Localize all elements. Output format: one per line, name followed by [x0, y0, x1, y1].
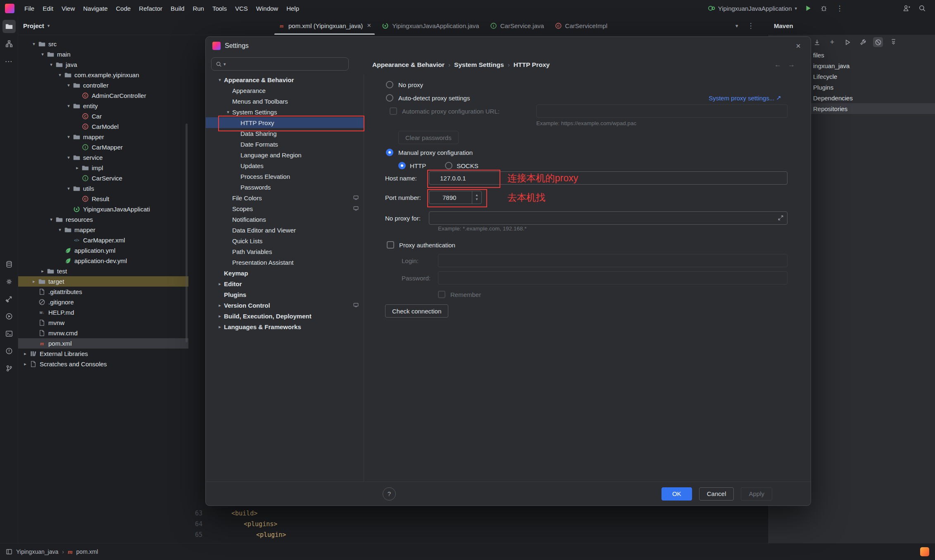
project-tree-item-mvnw[interactable]: mvnw: [18, 318, 188, 328]
chevron-down-icon[interactable]: ▾: [65, 186, 72, 191]
settings-tree-item-file-colors[interactable]: File Colors: [206, 192, 364, 203]
chevron-down-icon[interactable]: ▾: [65, 155, 72, 160]
breadcrumb-segment-system-settings[interactable]: System Settings: [454, 61, 504, 69]
project-tree-item-scratches-and-consoles[interactable]: ▸Scratches and Consoles: [18, 359, 188, 369]
status-project-breadcrumb[interactable]: Yipingxuan_java: [16, 548, 58, 555]
settings-search-field[interactable]: ▾: [211, 57, 349, 71]
settings-tree-item-languages-frameworks[interactable]: ▸Languages & Frameworks: [206, 321, 364, 332]
database-icon[interactable]: [2, 258, 16, 271]
settings-tree-item-language-and-region[interactable]: Language and Region: [206, 149, 364, 160]
forward-arrow-icon[interactable]: →: [788, 61, 795, 69]
settings-tree-item-passwords[interactable]: Passwords: [206, 182, 364, 192]
project-tree-item-com-example-yipinxuan[interactable]: ▾com.example.yipinxuan: [18, 70, 188, 80]
settings-tree-item-appearance-behavior[interactable]: ▾Appearance & Behavior: [206, 74, 364, 85]
project-tree-item-resources[interactable]: ▾resources: [18, 214, 188, 225]
chevron-down-icon[interactable]: ▾: [65, 83, 72, 88]
menu-navigate[interactable]: Navigate: [79, 4, 112, 13]
editor-tab-pom-xml-yipingxuan-java[interactable]: mpom.xml (Yipingxuan_java)×: [273, 17, 376, 35]
version-control-icon[interactable]: [2, 362, 16, 375]
host-name-input[interactable]: [429, 171, 787, 185]
chevron-right-icon[interactable]: ▸: [39, 268, 46, 274]
more-vertical-icon[interactable]: ⋮: [747, 21, 754, 30]
settings-tree-item-quick-lists[interactable]: Quick Lists: [206, 235, 364, 246]
settings-tree-item-build-execution-deployment[interactable]: ▸Build, Execution, Deployment: [206, 311, 364, 321]
editor-tab-carserviceimpl[interactable]: CCarServiceImpl: [550, 17, 613, 35]
breadcrumb-segment-http-proxy[interactable]: HTTP Proxy: [514, 61, 550, 69]
remember-checkbox[interactable]: [438, 291, 445, 298]
stepper-down-icon[interactable]: ▼: [475, 197, 478, 202]
chevron-right-icon[interactable]: ▸: [74, 165, 81, 171]
http-radio[interactable]: [398, 162, 406, 169]
structure-icon[interactable]: [2, 37, 16, 50]
no-entry-icon[interactable]: [873, 37, 883, 47]
auto-url-input[interactable]: [536, 104, 787, 118]
chevron-down-icon[interactable]: ▾: [735, 23, 738, 28]
manual-proxy-radio[interactable]: [386, 149, 393, 156]
project-tree-item-controller[interactable]: ▾controller: [18, 80, 188, 90]
wrench-icon[interactable]: [858, 37, 868, 47]
settings-tree-item-editor[interactable]: ▸Editor: [206, 278, 364, 289]
download-icon[interactable]: [812, 37, 822, 47]
project-tree-item-gitattributes[interactable]: .gitattributes: [18, 287, 188, 297]
toolwindow-toggle-icon[interactable]: [6, 548, 12, 555]
project-tree-item-test[interactable]: ▸test: [18, 266, 188, 276]
breadcrumb-segment-appearance-behavior[interactable]: Appearance & Behavior: [372, 61, 445, 69]
project-tree-item-carmapper[interactable]: ICarMapper: [18, 142, 188, 152]
project-tree-item-gitignore[interactable]: .gitignore: [18, 297, 188, 307]
no-proxy-radio[interactable]: [386, 81, 393, 88]
stepper-up-icon[interactable]: ▲: [475, 193, 478, 197]
maven-toolwindow-header[interactable]: Maven: [774, 17, 793, 35]
menu-view[interactable]: View: [57, 4, 79, 13]
project-toolwindow-header[interactable]: Project ▾: [23, 17, 50, 35]
chevron-right-icon[interactable]: ▸: [216, 313, 224, 319]
chevron-down-icon[interactable]: ▾: [224, 109, 232, 115]
run-circle-icon[interactable]: [2, 310, 16, 323]
project-tree-item-application-dev-yml[interactable]: application-dev.yml: [18, 256, 188, 266]
settings-tree-item-date-formats[interactable]: Date Formats: [206, 139, 364, 149]
port-stepper[interactable]: ▲▼: [472, 191, 481, 204]
chevron-down-icon[interactable]: ▾: [30, 41, 38, 47]
settings-tree-item-process-elevation[interactable]: Process Elevation: [206, 171, 364, 182]
chevron-down-icon[interactable]: ▾: [56, 72, 64, 78]
check-connection-button[interactable]: Check connection: [385, 304, 448, 318]
ok-button[interactable]: OK: [661, 487, 692, 501]
apply-button[interactable]: Apply: [741, 487, 772, 501]
settings-tree-item-data-editor-and-viewer[interactable]: Data Editor and Viewer: [206, 225, 364, 235]
project-tree-item-external-libraries[interactable]: ▸External Libraries: [18, 349, 188, 359]
project-scrollbar[interactable]: [186, 123, 188, 342]
dialog-titlebar[interactable]: Settings ×: [206, 37, 811, 55]
project-tree-item-yipingxuanjavaapplicati[interactable]: YipingxuanJavaApplicati: [18, 204, 188, 214]
settings-tree-item-data-sharing[interactable]: Data Sharing: [206, 128, 364, 139]
project-tree-item-pom-xml[interactable]: mpom.xml: [18, 338, 188, 349]
problems-icon[interactable]: [2, 344, 16, 358]
project-tree-item-carmodel[interactable]: CCarModel: [18, 121, 188, 132]
project-tree-item-help-md[interactable]: M↓HELP.md: [18, 307, 188, 318]
add-icon[interactable]: +: [827, 37, 837, 47]
login-input[interactable]: [438, 254, 787, 267]
terminal-icon[interactable]: [2, 327, 16, 340]
menu-build[interactable]: Build: [167, 4, 188, 13]
menu-file[interactable]: File: [20, 4, 38, 13]
chevron-down-icon[interactable]: ▾: [48, 62, 55, 67]
menu-edit[interactable]: Edit: [38, 4, 57, 13]
chevron-right-icon[interactable]: ▸: [216, 303, 224, 308]
editor-tab-carservice-java[interactable]: ICarService.java: [485, 17, 550, 35]
chevron-down-icon[interactable]: ▾: [65, 134, 72, 140]
back-arrow-icon[interactable]: ←: [774, 61, 781, 69]
close-icon[interactable]: ×: [367, 21, 371, 30]
cancel-button[interactable]: Cancel: [699, 487, 734, 501]
chevron-right-icon[interactable]: ▸: [216, 324, 224, 330]
project-tree-item-car[interactable]: CCar: [18, 111, 188, 121]
notification-icon[interactable]: [920, 547, 929, 556]
project-tree-item-target[interactable]: ▸target: [18, 276, 188, 287]
settings-tree-item-keymap[interactable]: Keymap: [206, 268, 364, 278]
chevron-right-icon[interactable]: ▸: [21, 351, 29, 356]
settings-tree-item-notifications[interactable]: Notifications: [206, 214, 364, 225]
proxy-authentication-checkbox[interactable]: [387, 241, 394, 249]
menu-tools[interactable]: Tools: [208, 4, 231, 13]
chevron-down-icon[interactable]: ▾: [216, 77, 224, 83]
run-outline-icon[interactable]: [842, 37, 852, 47]
settings-search-input[interactable]: [228, 60, 344, 68]
project-tree-item-result[interactable]: CResult: [18, 194, 188, 204]
settings-tree-item-path-variables[interactable]: Path Variables: [206, 246, 364, 257]
